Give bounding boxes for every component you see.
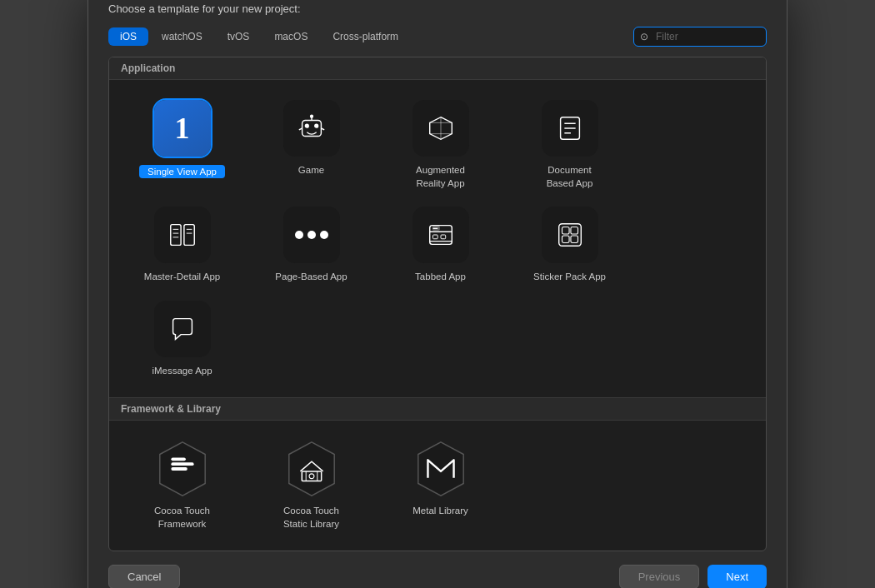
svg-rect-21 [432,235,438,239]
dialog-title: Choose a template for your new project: [108,2,767,15]
next-button[interactable]: Next [708,565,767,588]
svg-rect-29 [570,236,578,243]
single-view-app-icon: 1 [154,100,211,157]
page-based-icon [283,207,340,263]
cocoa-touch-framework-icon [154,441,211,497]
sticker-pack-icon [542,207,598,263]
tabbed-app-label: Tabbed App [415,270,466,283]
dot3 [320,231,328,239]
tab-macos[interactable]: macOS [262,27,319,46]
metal-library-icon [412,441,469,497]
page-based-label: Page-Based App [275,270,347,283]
template-metal-library[interactable]: Metal Library [376,432,505,539]
cocoa-touch-framework-label: Cocoa TouchFramework [154,504,210,531]
template-game[interactable]: Game [247,92,376,198]
ar-app-label: AugmentedReality App [416,163,465,190]
svg-rect-32 [171,467,187,471]
svg-rect-22 [441,235,446,239]
svg-rect-31 [171,462,193,466]
document-app-label: DocumentBased App [547,163,593,190]
previous-button[interactable]: Previous [619,565,700,588]
framework-grid: Cocoa TouchFramework Cocoa [109,421,766,551]
template-ar-app[interactable]: AugmentedReality App [376,92,505,198]
game-label: Game [298,163,324,177]
svg-point-1 [305,124,308,127]
template-sticker-pack-app[interactable]: Sticker Pack App [505,198,634,292]
template-single-view-app[interactable]: 1 Single View App [118,92,247,198]
svg-rect-12 [183,225,193,246]
template-master-detail-app[interactable]: Master-Detail App [118,198,247,292]
filter-icon: ⊙ [640,31,648,42]
template-cocoa-touch-static-library[interactable]: Cocoa TouchStatic Library [247,432,376,539]
svg-rect-11 [170,225,180,246]
template-imessage-app[interactable]: iMessage App [118,292,247,386]
svg-marker-34 [288,442,333,496]
svg-marker-40 [418,442,462,496]
imessage-app-label: iMessage App [152,364,212,377]
cocoa-touch-static-icon [283,441,340,497]
tabbed-app-icon [412,207,469,263]
svg-rect-24 [432,227,439,231]
single-view-app-label: Single View App [139,165,225,178]
svg-point-4 [310,116,312,118]
toolbar: iOS watchOS tvOS macOS Cross-platform ⊙ [108,27,767,47]
svg-rect-28 [562,236,569,243]
imessage-app-icon [154,301,211,357]
ar-app-icon [412,100,469,157]
document-app-icon [542,100,598,157]
tab-watchos[interactable]: watchOS [150,27,214,46]
svg-rect-33 [171,457,185,461]
tab-ios[interactable]: iOS [108,27,148,46]
svg-rect-27 [570,227,578,235]
tab-tvos[interactable]: tvOS [216,27,262,46]
dot1 [295,231,303,239]
svg-point-2 [314,124,318,127]
nav-buttons: Previous Next [619,565,767,588]
template-document-app[interactable]: DocumentBased App [505,92,634,198]
cocoa-touch-static-label: Cocoa TouchStatic Library [283,504,339,531]
tab-bar: iOS watchOS tvOS macOS Cross-platform [108,27,410,46]
template-tabbed-app[interactable]: Tabbed App [376,198,505,292]
svg-rect-26 [562,227,569,235]
master-detail-label: Master-Detail App [144,270,220,283]
tab-cross-platform[interactable]: Cross-platform [321,27,410,46]
templates-content-area: Application 1 Single View App [108,57,767,551]
application-grid: 1 Single View App [109,80,766,396]
filter-wrap: ⊙ [633,27,767,47]
section-header-framework: Framework & Library [109,398,766,421]
metal-library-label: Metal Library [412,504,468,517]
dot2 [308,231,316,239]
dialog-footer: Cancel Previous Next [108,565,767,588]
new-project-dialog: Choose a template for your new project: … [88,0,788,588]
cancel-button[interactable]: Cancel [108,565,180,588]
template-cocoa-touch-framework[interactable]: Cocoa TouchFramework [118,432,247,539]
section-header-application: Application [109,57,766,80]
sticker-pack-label: Sticker Pack App [533,270,606,283]
template-page-based-app[interactable]: Page-Based App [247,198,376,292]
master-detail-icon [154,207,211,263]
game-icon [283,100,340,157]
filter-input[interactable] [633,27,767,47]
